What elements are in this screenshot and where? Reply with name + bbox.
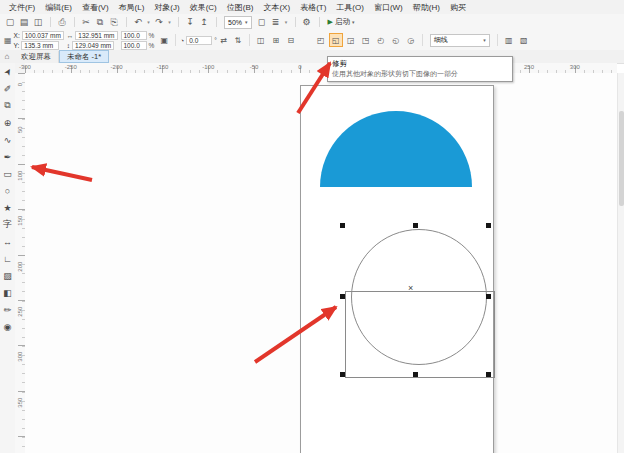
undo-icon[interactable]: ↶ — [131, 16, 145, 29]
connector-tool[interactable]: ∟ — [1, 252, 14, 265]
size-fields: ↔ 132.951 mm ↕ 129.049 mm — [67, 31, 118, 50]
selection-handle[interactable] — [486, 372, 491, 377]
redo-icon[interactable]: ↷ — [152, 16, 166, 29]
menu-text[interactable]: 文本(X) — [258, 2, 295, 13]
ellipse-tool[interactable]: ○ — [1, 184, 14, 197]
rotation-angle-input[interactable]: 0.0 — [186, 36, 212, 45]
menu-window[interactable]: 窗口(W) — [369, 2, 408, 13]
selection-handle[interactable] — [413, 372, 418, 377]
object-position-icon: ▦ — [4, 36, 12, 45]
object-height-input[interactable]: 129.049 mm — [72, 41, 114, 50]
weld-icon[interactable]: ◰ — [314, 33, 328, 47]
y-position-input[interactable]: 135.3 mm — [21, 41, 59, 50]
selection-handle[interactable] — [340, 294, 345, 299]
crop-tool[interactable]: ⧉ — [1, 99, 14, 112]
rectangle-tool[interactable]: ▭ — [1, 167, 14, 180]
undo-dropdown-icon[interactable]: ▾ — [145, 16, 152, 29]
simplify-icon[interactable]: ◳ — [359, 33, 373, 47]
zoom-level-combo[interactable]: 50% ▾ — [224, 16, 252, 29]
mirror-vertical-icon[interactable]: ⇅ — [231, 33, 245, 47]
trim-icon[interactable]: ◱ — [329, 33, 343, 47]
dimension-tool[interactable]: ↔ — [1, 235, 14, 248]
create-boundary-icon[interactable]: ◶ — [404, 33, 418, 47]
export-icon[interactable]: ↥ — [197, 16, 211, 29]
interactive-fill-tool[interactable]: ◉ — [1, 320, 14, 333]
tooltip-title: 修剪 — [332, 59, 508, 69]
menu-view[interactable]: 查看(V) — [77, 2, 114, 13]
menu-help[interactable]: 帮助(H) — [408, 2, 445, 13]
import-icon[interactable]: ↧ — [183, 16, 197, 29]
rectangle-outline-shape[interactable] — [345, 291, 495, 378]
separator — [422, 34, 423, 46]
drop-shadow-tool[interactable]: ▨ — [1, 269, 14, 282]
eyedropper-tool[interactable]: ✏ — [1, 303, 14, 316]
snap-dropdown-icon[interactable]: ▾ — [283, 16, 290, 29]
object-width-input[interactable]: 132.951 mm — [75, 31, 117, 40]
scale-y-input[interactable]: 100.0 — [121, 41, 147, 50]
zoom-level-value: 50% — [228, 19, 242, 26]
x-position-input[interactable]: 100.037 mm — [22, 31, 64, 40]
paste-icon[interactable]: ⎘ — [107, 16, 121, 29]
group-objects-icon[interactable]: ⊞ — [269, 33, 283, 47]
artistic-media-tool[interactable]: ✒ — [1, 150, 14, 163]
transparency-tool[interactable]: ◧ — [1, 286, 14, 299]
lock-ratio-icon[interactable]: ▣ — [157, 33, 171, 47]
selection-handle[interactable] — [340, 223, 345, 228]
menu-bitmaps[interactable]: 位图(B) — [222, 2, 259, 13]
separator — [249, 34, 250, 46]
front-minus-back-icon[interactable]: ◴ — [374, 33, 388, 47]
tab-welcome-screen[interactable]: 欢迎屏幕 — [14, 51, 59, 63]
selection-handle[interactable] — [486, 294, 491, 299]
launch-button[interactable]: ▶ 启动 ▾ — [328, 17, 355, 27]
text-tool[interactable]: 字 — [1, 218, 14, 231]
tab-untitled-document[interactable]: 未命名 -1* — [59, 50, 109, 63]
selection-handle[interactable] — [340, 372, 345, 377]
combine-objects-icon[interactable]: ◫ — [254, 33, 268, 47]
selection-handle[interactable] — [486, 223, 491, 228]
trim-tooltip: 修剪 使用其他对象的形状剪切下图像的一部分 — [327, 56, 513, 82]
document-tabbar: ⌂ 欢迎屏幕 未命名 -1* — [0, 50, 624, 64]
freehand-tool[interactable]: ∿ — [1, 133, 14, 146]
snap-to-icon[interactable]: ≣ — [269, 16, 283, 29]
menu-effects[interactable]: 效果(C) — [185, 2, 222, 13]
menu-file[interactable]: 文件(F) — [4, 2, 40, 13]
fullscreen-icon[interactable]: ◻ — [255, 16, 269, 29]
cut-icon[interactable]: ✂ — [79, 16, 93, 29]
menu-table[interactable]: 表格(T) — [295, 2, 331, 13]
separator — [173, 17, 179, 27]
menu-edit[interactable]: 编辑(E) — [40, 2, 77, 13]
pick-tool[interactable]: ➤ — [0, 63, 16, 81]
new-document-icon[interactable]: ▢ — [3, 16, 17, 29]
options-gear-icon[interactable]: ⚙ — [300, 16, 314, 29]
menu-object[interactable]: 对象(J) — [149, 2, 184, 13]
shape-tool[interactable]: ✐ — [1, 82, 14, 95]
wrap-text-icon[interactable]: ▥ — [502, 33, 516, 47]
open-icon[interactable]: ▤ — [17, 16, 31, 29]
menu-layout[interactable]: 布局(L) — [114, 2, 150, 13]
menu-tools[interactable]: 工具(O) — [331, 2, 369, 13]
print-icon[interactable]: ⎙ — [55, 16, 69, 29]
quick-customize-icon[interactable]: ▧ — [517, 33, 531, 47]
save-icon[interactable]: ◫ — [31, 16, 45, 29]
home-icon[interactable]: ⌂ — [0, 52, 14, 61]
vertical-scrollbar[interactable] — [617, 73, 624, 453]
menu-buy[interactable]: 购买 — [445, 2, 471, 13]
object-buttons: ◫⊞⊟ — [254, 33, 298, 47]
ungroup-objects-icon[interactable]: ⊟ — [284, 33, 298, 47]
menubar: 文件(F)编辑(E)查看(V)布局(L)对象(J)效果(C)位图(B)文本(X)… — [0, 0, 624, 15]
x-label: X: — [14, 32, 20, 39]
mirror-horizontal-icon[interactable]: ⇄ — [217, 33, 231, 47]
intersect-icon[interactable]: ◲ — [344, 33, 358, 47]
standard-toolbar: ▢▤◫⎙✂⧉⎘↶▾↷▾↧↥ 50% ▾ ◻≣▾⚙ ▶ 启动 ▾ — [0, 14, 624, 31]
polygon-tool[interactable]: ★ — [1, 201, 14, 214]
scale-x-input[interactable]: 100.0 — [121, 31, 147, 40]
back-minus-front-icon[interactable]: ◵ — [389, 33, 403, 47]
copy-icon[interactable]: ⧉ — [93, 16, 107, 29]
outline-width-combo[interactable]: 细线 ▾ — [430, 34, 490, 47]
redo-dropdown-icon[interactable]: ▾ — [166, 16, 173, 29]
chevron-down-icon: ▾ — [352, 19, 355, 25]
outline-width-value: 细线 — [434, 35, 448, 45]
selection-handle[interactable] — [413, 223, 418, 228]
zoom-tool[interactable]: ⊕ — [1, 116, 14, 129]
scrollbar-thumb[interactable] — [619, 111, 624, 206]
